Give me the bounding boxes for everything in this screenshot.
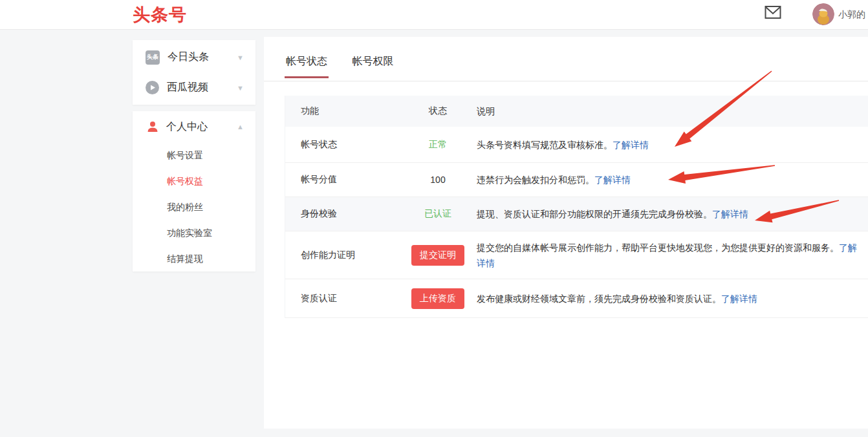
chevron-down-icon: ▼: [237, 54, 244, 61]
feature-description: 提交您的自媒体帐号展示创作能力，帮助平台更快地发现您，为您提供更好的资源和服务。…: [472, 240, 868, 271]
status-badge: 正常: [429, 139, 447, 149]
envelope-icon: [765, 5, 781, 19]
account-status-table: 功能 状态 说明 帐号状态 正常 头条号资料填写规范及审核标准。了解详情 帐号分…: [285, 96, 868, 318]
toutiao-logo[interactable]: 头条号: [133, 3, 187, 27]
avatar-image: [812, 3, 834, 25]
sidebar-section-label: 个人中心: [166, 120, 237, 134]
sidebar-personal-center: 个人中心 ▲ 帐号设置 帐号权益 我的粉丝 功能实验室 结算提现: [133, 111, 255, 272]
feature-name: 资质认证: [285, 293, 404, 304]
sidebar-item-settlement-withdraw[interactable]: 结算提现: [133, 246, 255, 272]
table-row-creation-ability: 创作能力证明 提交证明 提交您的自媒体帐号展示创作能力，帮助平台更快地发现您，为…: [285, 231, 868, 279]
avatar[interactable]: [812, 3, 834, 25]
learn-more-link[interactable]: 了解详情: [721, 293, 757, 304]
feature-name: 身份校验: [285, 208, 404, 220]
person-icon: [147, 121, 158, 133]
sidebar-item-feature-lab[interactable]: 功能实验室: [133, 220, 255, 246]
table-row-identity-verification: 身份校验 已认证 提现、资质认证和部分功能权限的开通须先完成身份校验。了解详情: [285, 197, 868, 231]
feature-name: 创作能力证明: [285, 250, 404, 261]
upload-qualification-button[interactable]: 上传资质: [411, 288, 464, 309]
tab-account-status[interactable]: 帐号状态: [285, 55, 329, 78]
column-header-status: 状态: [404, 105, 472, 117]
submit-proof-button[interactable]: 提交证明: [411, 245, 464, 266]
status-badge: 已认证: [424, 208, 451, 218]
chevron-down-icon: ▼: [237, 84, 244, 92]
user-name[interactable]: 小郭的: [838, 9, 868, 21]
tab-account-permissions[interactable]: 帐号权限: [351, 55, 395, 78]
description-text: 发布健康或财经领域文章前，须先完成身份校验和资质认证。: [477, 293, 721, 304]
learn-more-link[interactable]: 了解详情: [594, 175, 631, 185]
sidebar-item-my-fans[interactable]: 我的粉丝: [133, 194, 255, 220]
column-header-description: 说明: [472, 103, 868, 119]
learn-more-link[interactable]: 了解详情: [712, 209, 748, 219]
chevron-up-icon: ▲: [237, 123, 244, 131]
sidebar-item-xigua-video[interactable]: 西瓜视频 ▼: [133, 72, 255, 103]
feature-description: 发布健康或财经领域文章前，须先完成身份校验和资质认证。了解详情: [472, 291, 868, 306]
sidebar-item-label: 西瓜视频: [167, 81, 237, 94]
description-text: 提交您的自媒体帐号展示创作能力，帮助平台更快地发现您，为您提供更好的资源和服务。: [477, 242, 839, 253]
tab-bar: 帐号状态 帐号权限: [264, 37, 868, 81]
main-content-panel: 帐号状态 帐号权限 功能 状态 说明 帐号状态 正常 头条号资料填写规范及审核标…: [264, 37, 868, 429]
feature-description: 提现、资质认证和部分功能权限的开通须先完成身份校验。了解详情: [472, 206, 868, 222]
feature-name: 帐号分值: [285, 174, 404, 186]
sidebar-item-personal-center[interactable]: 个人中心 ▲: [133, 111, 255, 142]
sidebar-item-account-rights[interactable]: 帐号权益: [133, 168, 255, 194]
description-text: 违禁行为会触发扣分和惩罚。: [477, 175, 594, 185]
feature-name: 帐号状态: [285, 139, 404, 151]
sidebar-item-account-settings[interactable]: 帐号设置: [133, 142, 255, 168]
feature-description: 头条号资料填写规范及审核标准。了解详情: [472, 137, 868, 153]
top-header: 头条号 小郭的: [0, 0, 868, 30]
sidebar-item-jinri-toutiao[interactable]: 头条 今日头条 ▼: [133, 42, 255, 72]
toutiao-app-icon: 头条: [146, 50, 160, 65]
xigua-app-icon: [146, 81, 159, 94]
mail-icon[interactable]: [764, 5, 782, 21]
table-row-account-status: 帐号状态 正常 头条号资料填写规范及审核标准。了解详情: [285, 127, 868, 163]
table-row-qualification: 资质认证 上传资质 发布健康或财经领域文章前，须先完成身份校验和资质认证。了解详…: [285, 279, 868, 318]
learn-more-link[interactable]: 了解详情: [613, 140, 649, 150]
feature-description: 违禁行为会触发扣分和惩罚。了解详情: [472, 172, 868, 187]
table-header-row: 功能 状态 说明: [285, 96, 868, 127]
sidebar-products: 头条 今日头条 ▼ 西瓜视频 ▼: [133, 40, 255, 105]
score-value: 100: [430, 175, 445, 185]
table-row-account-score: 帐号分值 100 违禁行为会触发扣分和惩罚。了解详情: [285, 163, 868, 197]
sidebar-item-label: 今日头条: [168, 50, 237, 64]
description-text: 头条号资料填写规范及审核标准。: [477, 140, 613, 150]
description-text: 提现、资质认证和部分功能权限的开通须先完成身份校验。: [477, 209, 712, 219]
column-header-feature: 功能: [285, 105, 404, 117]
